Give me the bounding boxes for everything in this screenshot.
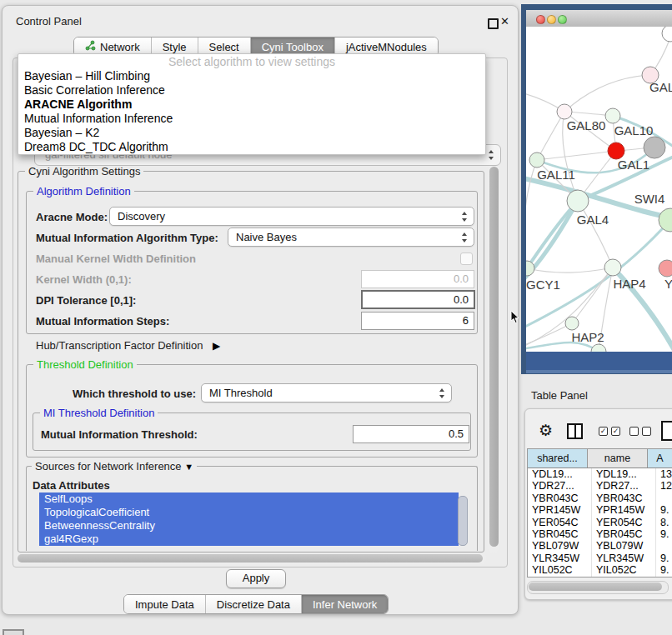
document-icon[interactable] <box>661 421 672 441</box>
mi-algorithm-type-value: Naive Bayes <box>236 231 297 243</box>
table-row[interactable]: YBL079W YBL079W <box>528 540 672 552</box>
node-label: GAL4 <box>577 212 609 227</box>
hub-definition-section[interactable]: Hub/Transcription Factor Definition ▶ <box>36 339 220 352</box>
column-header-partial[interactable]: A <box>648 449 672 468</box>
expanded-arrow-icon[interactable]: ▼ <box>184 462 193 472</box>
network-node[interactable] <box>557 104 572 119</box>
combo-arrows-icon <box>462 232 468 242</box>
deselect-all-checks-icon[interactable] <box>629 427 651 436</box>
tab-cyni-toolbox-label: Cyni Toolbox <box>262 41 323 53</box>
tab-infer-network[interactable]: Infer Network <box>301 595 388 613</box>
node-label: GAL10 <box>614 123 654 138</box>
tab-impute-data[interactable]: Impute Data <box>124 595 205 613</box>
network-graph: GAL GAL80 GAL10 GAL1 GAL11 SWI4 GAL4 GCY… <box>526 27 672 352</box>
manual-kernel-width-label: Manual Kernel Width Definition <box>36 252 196 265</box>
network-window-titlebar[interactable] <box>526 10 672 28</box>
select-all-checks-icon[interactable]: ✓✓ <box>599 427 620 436</box>
cell: 9. <box>656 552 672 564</box>
zoom-traffic-light-icon[interactable] <box>558 15 567 24</box>
network-icon <box>85 40 96 53</box>
table-row[interactable]: YPR145W YPR145W 9. <box>528 504 672 516</box>
menu-item-bayesian-k2[interactable]: Bayesian – K2 <box>18 126 485 140</box>
aracne-mode-label: Aracne Mode: <box>36 211 108 223</box>
network-node[interactable] <box>591 344 606 352</box>
cell: YBR043C <box>592 492 656 504</box>
cell: YDR27... <box>528 480 592 492</box>
cell <box>656 492 672 504</box>
network-node[interactable] <box>565 317 579 330</box>
network-node[interactable] <box>659 208 672 232</box>
network-node[interactable] <box>644 137 665 158</box>
menu-item-bayesian-hill-climbing[interactable]: Bayesian – Hill Climbing <box>18 69 485 83</box>
which-threshold-combo[interactable]: MI Threshold <box>201 383 452 402</box>
float-panel-icon[interactable] <box>488 18 499 29</box>
menu-item-aracne[interactable]: ARACNE Algorithm <box>18 98 485 112</box>
apply-button[interactable]: Apply <box>226 569 286 588</box>
gear-icon[interactable]: ⚙ <box>539 421 553 440</box>
settings-hscroll-thumb[interactable] <box>18 554 483 562</box>
list-item[interactable]: SelfLoops <box>39 492 459 506</box>
list-scrollbar-thumb[interactable] <box>458 496 468 546</box>
column-header-name[interactable]: name <box>588 449 648 468</box>
cell: 9. <box>656 528 672 540</box>
menu-item-dream8[interactable]: Dream8 DC_TDC Algorithm <box>18 140 485 154</box>
close-icon[interactable]: ✕ <box>500 15 509 28</box>
tab-infer-network-label: Infer Network <box>313 598 377 611</box>
cell: YBL079W <box>528 540 592 552</box>
menu-item-mutual-information[interactable]: Mutual Information Inference <box>18 112 485 126</box>
network-canvas[interactable]: GAL GAL80 GAL10 GAL1 GAL11 SWI4 GAL4 GCY… <box>526 27 672 352</box>
collapsed-arrow-icon[interactable]: ▶ <box>213 340 220 352</box>
list-item[interactable]: gal4RGexp <box>39 532 459 546</box>
list-item[interactable]: BetweennessCentrality <box>39 519 459 532</box>
node-label: GCY1 <box>526 278 560 292</box>
table-row[interactable]: YBR045C YBR045C 9. <box>528 528 672 540</box>
mi-steps-field[interactable]: 6 <box>361 312 474 330</box>
network-node[interactable] <box>526 261 534 276</box>
menu-item-basic-correlation[interactable]: Basic Correlation Inference <box>18 83 485 98</box>
mi-steps-label: Mutual Information Steps: <box>36 315 169 328</box>
table-row[interactable]: YLR345W YLR345W 9. <box>528 552 672 564</box>
network-node[interactable] <box>659 260 672 277</box>
node-attribute-table: shared... name A YDL19... YDL19... 13 YD… <box>527 448 672 578</box>
table-row[interactable]: YIL052C YIL052C 9. <box>528 564 672 576</box>
combo-arrows-icon <box>462 212 468 222</box>
tab-discretize-data[interactable]: Discretize Data <box>205 595 301 613</box>
network-window-bottom-border <box>526 352 672 373</box>
network-node[interactable] <box>567 190 589 212</box>
cell: YLR345W <box>528 552 592 564</box>
kernel-width-field[interactable]: 0.0 <box>361 270 474 288</box>
network-node[interactable] <box>604 259 621 276</box>
table-hscroll-thumb[interactable] <box>529 582 662 591</box>
combo-arrows-icon <box>489 150 494 160</box>
mi-algorithm-type-combo[interactable]: Naive Bayes <box>228 228 474 247</box>
table-row[interactable]: YBR043C YBR043C <box>528 492 672 504</box>
cell: YDL19... <box>528 468 592 480</box>
minimized-panel-icon[interactable] <box>3 629 24 635</box>
aracne-mode-combo[interactable]: Discovery <box>109 207 474 226</box>
network-node-selected[interactable] <box>608 142 624 159</box>
table-row[interactable]: YDR27... YDR27... 12 <box>528 480 672 492</box>
kernel-width-label: Kernel Width (0,1): <box>36 273 132 286</box>
cell: YIL052C <box>528 564 592 576</box>
mi-threshold-field[interactable]: 0.5 <box>353 425 469 443</box>
column-layout-icon[interactable] <box>567 423 583 439</box>
close-traffic-light-icon[interactable] <box>536 15 545 24</box>
cell: YDR27... <box>592 480 656 492</box>
cell: YPR145W <box>528 504 592 516</box>
which-threshold-label: Which threshold to use: <box>73 388 196 400</box>
network-node[interactable] <box>529 152 544 168</box>
table-row[interactable]: YER054C YER054C 8. <box>528 517 672 528</box>
network-node[interactable] <box>662 27 672 42</box>
data-attributes-label: Data Attributes <box>33 479 110 492</box>
cell: 13 <box>656 468 672 480</box>
list-item[interactable]: TopologicalCoefficient <box>39 506 459 519</box>
dpi-tolerance-field[interactable]: 0.0 <box>361 290 475 309</box>
network-node[interactable] <box>605 108 620 123</box>
data-attributes-list[interactable]: SelfLoops TopologicalCoefficient Between… <box>39 492 468 547</box>
settings-vscroll-thumb[interactable] <box>489 167 499 547</box>
manual-kernel-width-checkbox[interactable] <box>460 252 473 265</box>
cell: 9. <box>656 504 672 516</box>
minimize-traffic-light-icon[interactable] <box>547 15 556 24</box>
column-header-shared-name[interactable]: shared... <box>528 449 588 468</box>
table-row[interactable]: YDL19... YDL19... 13 <box>528 468 672 480</box>
